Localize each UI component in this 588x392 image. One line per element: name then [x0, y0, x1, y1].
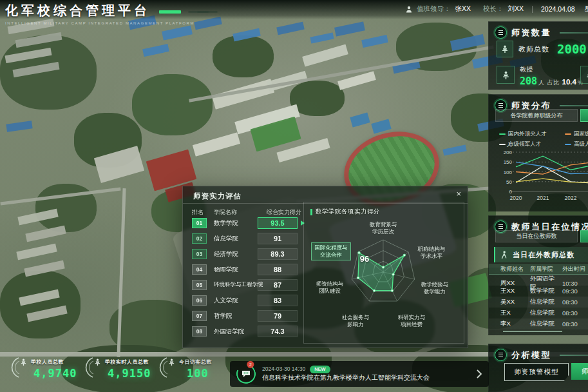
- teacher-distribution-line-chart: 050100150200人202020212022: [490, 141, 588, 212]
- current-weekday: 星期一: [585, 5, 588, 14]
- radar-axis-label: 师资结构与团队建设: [315, 280, 345, 295]
- svg-text:50: 50: [506, 179, 512, 185]
- svg-text:2020: 2020: [510, 195, 522, 201]
- analysis-model-button-secondary[interactable]: 师: [571, 363, 588, 380]
- teacher-total-stat: 教师总数 2000 人: [497, 41, 588, 57]
- map-shape: [276, 22, 305, 35]
- duty-leader-label: 值班领导：: [417, 5, 451, 14]
- college-ranking-table: 排名学院名称综合实力得分 01数学学院93.5 02信息学院91 03经济学院8…: [192, 207, 310, 341]
- close-icon[interactable]: ×: [456, 190, 461, 198]
- notification-bar[interactable]: 2 2024-03-30 14:30 NEW 信息科学技术学院在第九教学楼举办人…: [230, 361, 489, 387]
- radar-chart-panel: 数学学院各项实力得分 教育背景与学历层次 职称结构与学术水平 教学经验与教学能力…: [303, 202, 464, 344]
- unread-count-badge: 2: [247, 361, 254, 368]
- stat-value: 4,9740: [33, 367, 77, 380]
- svg-text:2021: 2021: [537, 195, 549, 201]
- ratio-label: 占比: [547, 79, 559, 86]
- map-shape: [25, 226, 66, 242]
- map-shape: [350, 112, 370, 127]
- table-row: 周XX外国语学院10:30今日有课: [489, 275, 588, 286]
- topbar-info: 值班领导： 张XX 校长： 刘XX 2024.04.08 星期一 10: [406, 5, 588, 14]
- arc-decoration: [85, 357, 94, 378]
- ranking-row[interactable]: 03经济学院89.3: [192, 248, 310, 259]
- radar-axis-label: 教育背景与学历层次: [368, 221, 398, 235]
- legend-item[interactable]: 国内外顶尖人才: [499, 130, 565, 138]
- duty-leader-name: 张XX: [455, 5, 471, 14]
- teacher-count-panel-icon: [495, 26, 507, 39]
- page-title: 化军校综合管理平台: [5, 3, 150, 17]
- map-shape: [16, 244, 57, 260]
- radar-axis-label: 教学经验与教学能力: [420, 281, 450, 295]
- teacher-warning-model-button[interactable]: 师资预警模型: [504, 363, 569, 381]
- table-row: 吴XX信息学院08:30今日无课: [489, 297, 588, 308]
- professor-unit: 人: [538, 79, 544, 86]
- map-shape: [334, 21, 365, 36]
- user-icon: [406, 6, 412, 13]
- teacher-total-label: 教师总数: [518, 44, 549, 54]
- map-shape: [442, 144, 466, 155]
- message-icon: 2: [234, 362, 258, 386]
- analysis-title: 分析模型: [511, 349, 551, 361]
- radar-axis-label: 社会服务与影响力: [341, 314, 370, 328]
- panel-teacher-distribution: 师资分布 各学院教师职级分布 国内外顶尖人才 国家级领军人才 市级领军人才 高级…: [488, 94, 588, 211]
- map-shape: [0, 271, 81, 338]
- panel-teacher-count: 师资数量 教师总数 2000 人 教授 208人占比 10.4%: [488, 21, 588, 90]
- table-row: 王X信息学院08:30今日无课: [489, 308, 588, 318]
- podium-person-icon: [93, 358, 102, 366]
- stat-total-personnel: 学校人员总数 4,9740: [19, 358, 77, 380]
- principal-name: 刘XX: [508, 5, 524, 14]
- table-row: 王XX数学学院09:30今日有课: [489, 286, 588, 297]
- tab-distribution-secondary[interactable]: [580, 109, 588, 122]
- svg-text:200: 200: [504, 150, 513, 155]
- teacher-total-icon: [497, 41, 513, 57]
- chevron-right-icon[interactable]: [476, 369, 482, 379]
- tab-rank-distribution[interactable]: 各学院教师职级分布: [495, 109, 578, 122]
- legend-item[interactable]: 国家级领军人才: [565, 130, 588, 138]
- teachers-out-section: 当日在外教师总数: [494, 247, 588, 262]
- ranking-row[interactable]: 01数学学院93.5: [192, 217, 310, 228]
- panel-analysis-model: 分析模型 师资预警模型 师: [488, 344, 588, 392]
- current-date: 2024.04.08: [541, 5, 575, 13]
- brand-dash-decoration: [159, 10, 181, 14]
- radar-axis-label: 科研实力与项目经费: [397, 314, 426, 328]
- table-header-row: 教师姓名所属学院外出时间是否有课: [489, 264, 588, 275]
- ranking-row[interactable]: 08外国语学院74.3: [192, 326, 310, 337]
- professor-icon-2: [580, 66, 588, 84]
- scroll-indicator[interactable]: [503, 331, 562, 332]
- map-shape: [361, 35, 388, 48]
- walking-person-icon: [500, 251, 507, 259]
- teachers-out-table: 教师姓名所属学院外出时间是否有课 周XX外国语学院10:30今日有课 王XX数学…: [489, 264, 588, 329]
- panel-on-duty: 教师当日在位情况 当日在位教师数 当日在外教师总数 教师姓名所属学院外出时间是否…: [488, 215, 588, 335]
- stat-value: 100: [187, 367, 212, 380]
- ranking-row[interactable]: 06人文学院83: [192, 295, 310, 306]
- map-shape: [371, 119, 391, 133]
- principal-label: 校长：: [483, 5, 504, 14]
- legend-swatch: [565, 133, 571, 135]
- map-shape: [213, 35, 274, 77]
- map-shape: [193, 132, 240, 156]
- professor-stat: 教授 208人占比 10.4%: [497, 62, 569, 88]
- teacher-count-title: 师资数量: [511, 27, 551, 39]
- divider: [532, 6, 533, 13]
- radar-axis-label-highlighted: 国际化程度与交流合作: [311, 242, 351, 260]
- professor-label: 教授: [520, 66, 533, 73]
- map-shape: [310, 32, 334, 43]
- teacher-total-value: 2000: [557, 42, 587, 56]
- map-shape: [132, 74, 213, 135]
- platform-brand: 化军校综合管理平台 INTELLIGENT MILITARY CAMP INTE…: [5, 2, 194, 25]
- ranking-row[interactable]: 07哲学院79: [192, 310, 310, 321]
- table-row: 李X信息学院08:30今日无课: [489, 318, 588, 329]
- tab-on-duty-secondary[interactable]: [580, 230, 588, 242]
- legend-swatch: [499, 133, 506, 135]
- ranking-row[interactable]: 04物理学院88: [192, 264, 310, 275]
- radar-axis-label: 职称结构与学术水平: [417, 246, 446, 260]
- tab-on-duty-count[interactable]: 当日在位教师数: [495, 230, 578, 242]
- teacher-strength-modal: 师资实力评估 × 排名学院名称综合实力得分 01数学学院93.5 02信息学院9…: [182, 186, 468, 348]
- map-shape: [162, 25, 193, 40]
- page-subtitle: INTELLIGENT MILITARY CAMP INTEGRATED MAN…: [5, 21, 194, 25]
- teachers-out-label: 当日在外教师总数: [513, 250, 574, 260]
- professor-icon: [497, 66, 515, 84]
- ranking-row[interactable]: 05环境科学与工程学院87: [192, 279, 310, 290]
- map-shape: [6, 121, 32, 132]
- stat-realtime-personnel: 学校实时人员总数 4,9150: [93, 358, 151, 380]
- ranking-row[interactable]: 02信息学院91: [192, 233, 310, 244]
